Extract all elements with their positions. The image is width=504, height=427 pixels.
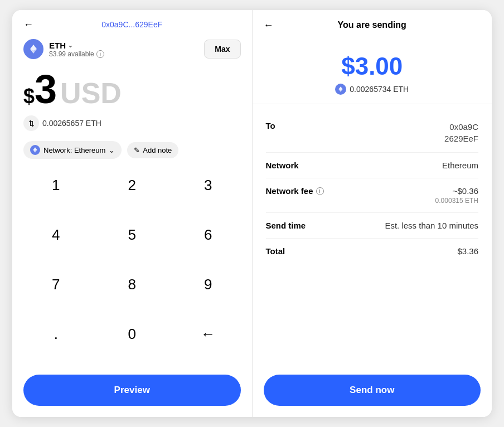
eth-equiv-text: 0.00265657 ETH (42, 119, 101, 128)
network-detail-row: Network Ethereum (266, 153, 479, 178)
add-note-button[interactable]: ✎ Add note (127, 142, 178, 158)
sending-eth-amount: 0.00265734 ETH (350, 85, 409, 94)
key-5[interactable]: 5 (94, 217, 171, 252)
eth-logo (23, 39, 43, 59)
numpad: 1 2 3 4 5 6 7 8 9 . 0 ← (12, 166, 252, 369)
token-chevron: ⌄ (68, 42, 72, 48)
dollar-sign: $ (23, 85, 35, 108)
fee-label: Network fee (266, 186, 313, 196)
key-8[interactable]: 8 (94, 268, 171, 302)
to-address: 0x0a9C 2629EeF (444, 121, 478, 144)
key-6[interactable]: 6 (170, 217, 246, 252)
left-header: ← 0x0a9C...629EeF (12, 10, 252, 35)
send-now-button[interactable]: Send now (264, 375, 481, 406)
token-text: ETH ⌄ $3.99 available i (49, 41, 104, 58)
send-time-row: Send time Est. less than 10 minutes (266, 213, 479, 239)
back-button-right[interactable]: ← (264, 20, 274, 31)
back-button-left[interactable]: ← (23, 19, 33, 31)
key-dot[interactable]: . (18, 317, 94, 352)
network-eth-icon (30, 145, 40, 155)
fee-label-row: Network fee i (266, 186, 324, 196)
network-detail-label: Network (266, 161, 299, 170)
total-value: $3.36 (457, 246, 478, 256)
send-panel: ← 0x0a9C...629EeF ETH ⌄ (12, 10, 252, 417)
token-name-label[interactable]: ETH ⌄ (49, 41, 104, 50)
key-3[interactable]: 3 (170, 168, 246, 202)
key-0[interactable]: 0 (94, 317, 171, 352)
preview-button[interactable]: Preview (23, 375, 241, 406)
key-9[interactable]: 9 (170, 268, 246, 302)
fee-usd: ~$0.36 (435, 186, 478, 196)
key-2[interactable]: 2 (94, 168, 171, 202)
key-4[interactable]: 4 (18, 217, 94, 252)
token-available: $3.99 available i (49, 50, 104, 58)
sending-eth-row: 0.00265734 ETH (264, 84, 481, 95)
right-header-title: You are sending (338, 20, 406, 30)
network-detail-value: Ethereum (442, 161, 478, 170)
fee-row: Network fee i ~$0.36 0.000315 ETH (266, 178, 479, 213)
key-backspace[interactable]: ← (170, 317, 246, 352)
eth-equiv-row: ⇅ 0.00265657 ETH (12, 112, 252, 137)
network-button[interactable]: Network: Ethereum ⌄ (23, 141, 122, 159)
small-eth-icon (335, 84, 346, 95)
fee-eth: 0.000315 ETH (435, 197, 478, 205)
pencil-icon: ✎ (134, 146, 140, 154)
fee-info-icon[interactable]: i (316, 187, 324, 195)
wallet-address: 0x0a9C...629EeF (101, 20, 162, 29)
to-label: To (266, 121, 275, 130)
network-chevron: ⌄ (109, 146, 115, 154)
token-row: ETH ⌄ $3.99 available i Max (12, 35, 252, 64)
confirm-panel: ← You are sending $3.00 0.00265734 ETH (252, 10, 492, 417)
total-label: Total (266, 246, 285, 256)
to-row: To 0x0a9C 2629EeF (266, 113, 479, 153)
add-note-label: Add note (143, 146, 172, 154)
send-time-label: Send time (266, 221, 306, 230)
key-1[interactable]: 1 (18, 168, 94, 202)
details-section: To 0x0a9C 2629EeF Network Ethereum Netwo… (253, 104, 492, 369)
amount-number: 3 (35, 69, 57, 109)
swap-icon[interactable]: ⇅ (23, 115, 39, 131)
network-label: Network: Ethereum (43, 146, 105, 154)
right-header: ← You are sending (253, 10, 492, 36)
token-info[interactable]: ETH ⌄ $3.99 available i (23, 39, 104, 59)
sending-amount-section: $3.00 0.00265734 ETH (253, 36, 492, 104)
amount-display: $ 3 USD (12, 64, 252, 112)
max-button[interactable]: Max (204, 40, 240, 59)
available-info-icon[interactable]: i (96, 50, 104, 58)
sending-usd-amount: $3.00 (264, 52, 481, 80)
key-7[interactable]: 7 (18, 268, 94, 302)
network-row: Network: Ethereum ⌄ ✎ Add note (12, 137, 252, 166)
amount-currency: USD (60, 76, 122, 110)
send-time-value: Est. less than 10 minutes (385, 221, 478, 230)
total-row: Total $3.36 (266, 239, 479, 264)
fee-value-col: ~$0.36 0.000315 ETH (435, 186, 478, 205)
